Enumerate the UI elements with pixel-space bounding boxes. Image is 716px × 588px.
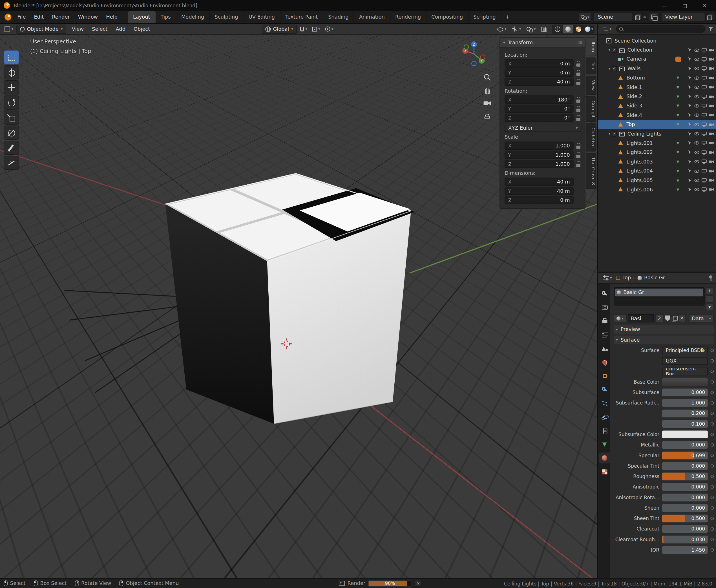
outliner-row[interactable]: ▾ ✓ Lights.002 ▼	[598, 148, 716, 157]
animate-dot-icon[interactable]	[711, 359, 714, 362]
close-button[interactable]: ✕	[703, 2, 707, 8]
blender-menu-icon[interactable]	[4, 14, 11, 21]
delete-scene-button[interactable]: ✕	[643, 15, 647, 20]
outliner-row[interactable]: ▾ ✓ Side.2 ▼	[598, 92, 716, 101]
render-disable-icon[interactable]	[709, 187, 714, 192]
selectable-toggle-icon[interactable]	[687, 122, 692, 127]
hide-eye-icon[interactable]	[694, 150, 699, 155]
outliner-row[interactable]: ▾ ✓ Side.3 ▼	[598, 101, 716, 110]
property-control[interactable]: 0.699	[662, 451, 708, 459]
add-workspace-button[interactable]: +	[501, 11, 513, 23]
workspace-tab[interactable]: Animation	[354, 11, 390, 23]
tool-button[interactable]	[4, 65, 19, 80]
number-field[interactable]: Y0°	[505, 105, 574, 113]
selectable-toggle-icon[interactable]	[687, 48, 692, 53]
sidebar-tab[interactable]: The Grove 8	[586, 153, 596, 189]
properties-tab[interactable]	[599, 343, 610, 354]
viewport-disable-icon[interactable]	[701, 187, 707, 192]
object-name[interactable]: Side.1	[627, 84, 643, 90]
workspace-tab[interactable]: Scripting	[468, 11, 501, 23]
workspace-tab[interactable]: Layout	[128, 11, 155, 23]
property-control[interactable]: GGX	[662, 357, 708, 365]
animate-dot-icon[interactable]	[711, 349, 714, 352]
number-field[interactable]: Y40 m	[505, 187, 574, 195]
outliner-row[interactable]: ▾ ✓ Collection ▼	[598, 45, 716, 55]
animate-dot-icon[interactable]	[711, 538, 714, 541]
selectable-toggle-icon[interactable]	[687, 178, 692, 183]
properties-tab[interactable]	[599, 384, 610, 395]
viewport-disable-icon[interactable]	[701, 132, 707, 136]
render-disable-icon[interactable]	[709, 94, 714, 99]
viewport-disable-icon[interactable]	[701, 169, 707, 173]
hide-eye-icon[interactable]	[694, 76, 699, 80]
xray-toggle-button[interactable]	[539, 24, 549, 34]
hide-eye-icon[interactable]	[694, 66, 699, 71]
render-disable-icon[interactable]	[709, 150, 714, 155]
animate-dot-icon[interactable]	[711, 443, 714, 446]
animate-dot-icon[interactable]	[711, 485, 714, 488]
hide-eye-icon[interactable]	[694, 122, 699, 127]
selectable-toggle-icon[interactable]	[687, 103, 692, 108]
property-control[interactable]: 0.500	[662, 514, 708, 522]
lock-icon[interactable]	[576, 152, 581, 158]
lock-icon[interactable]	[576, 79, 581, 85]
selectable-toggle-icon[interactable]	[687, 169, 692, 174]
shading-solid-button[interactable]	[563, 25, 573, 33]
orientation-dropdown[interactable]: Global ▾	[261, 24, 297, 34]
render-disable-icon[interactable]	[709, 76, 714, 80]
viewport-disable-icon[interactable]	[701, 94, 707, 99]
property-control[interactable]: 0.000	[662, 493, 708, 501]
new-scene-button[interactable]	[635, 15, 640, 20]
properties-tab[interactable]	[599, 357, 610, 368]
animate-dot-icon[interactable]	[711, 454, 714, 457]
menu-item[interactable]: Edit	[30, 11, 48, 23]
property-control[interactable]	[662, 378, 708, 385]
disclosure-icon[interactable]: ▾	[607, 132, 612, 136]
snap-target-button[interactable]: ▾	[310, 24, 322, 34]
hide-eye-icon[interactable]	[694, 141, 699, 145]
hide-eye-icon[interactable]	[694, 113, 699, 118]
workspace-tab[interactable]: Shading	[323, 11, 354, 23]
lock-icon[interactable]	[576, 143, 581, 149]
cancel-render-button[interactable]: ✕	[415, 580, 421, 587]
animate-dot-icon[interactable]	[711, 506, 714, 509]
hide-eye-icon[interactable]	[694, 132, 699, 136]
hide-eye-icon[interactable]	[694, 104, 699, 108]
workspace-tab[interactable]: Compositing	[426, 11, 468, 23]
properties-tab[interactable]	[599, 453, 610, 463]
proportional-edit-button[interactable]: ▾	[323, 24, 335, 34]
properties-tab[interactable]	[599, 315, 610, 327]
pin-icon[interactable]	[709, 275, 713, 280]
pan-hand-icon[interactable]	[483, 86, 491, 94]
editor-type-button[interactable]: ▾	[3, 24, 15, 34]
properties-tab[interactable]	[599, 371, 610, 381]
property-control[interactable]: Principled BSDF	[662, 346, 708, 354]
properties-tab[interactable]	[599, 288, 610, 299]
workspace-tab[interactable]: UV Editing	[244, 11, 280, 23]
property-control[interactable]: 0.000	[662, 462, 708, 470]
outliner-row[interactable]: ▾ ✓ Side.4 ▼	[598, 110, 716, 120]
properties-tab[interactable]	[599, 425, 610, 436]
snap-toggle-button[interactable]: ▾	[298, 24, 309, 34]
viewport-disable-icon[interactable]	[701, 76, 707, 80]
selectable-toggle-icon[interactable]	[687, 94, 692, 99]
viewport-disable-icon[interactable]	[701, 113, 707, 118]
number-field[interactable]: Y1.000	[505, 151, 574, 159]
properties-tab[interactable]	[599, 398, 610, 409]
object-name[interactable]: Top	[627, 122, 635, 127]
disclosure-icon[interactable]: ▾	[607, 48, 612, 52]
viewport-menu-item[interactable]: Select	[88, 23, 112, 35]
object-name[interactable]: Lights.005	[627, 177, 653, 183]
number-field[interactable]: X180°	[505, 96, 574, 104]
hide-eye-icon[interactable]	[694, 169, 699, 173]
number-field[interactable]: X40 m	[505, 177, 574, 186]
object-name[interactable]: Collection	[628, 47, 652, 53]
object-name[interactable]: Lights.006	[627, 187, 653, 192]
filter-icon[interactable]	[708, 27, 713, 31]
surface-panel-header[interactable]: ▾ Surface	[614, 336, 714, 344]
mode-dropdown[interactable]: Object Mode ▾	[16, 24, 66, 34]
viewport-canvas[interactable]: User Perspective (1) Ceiling Lights | To…	[0, 35, 597, 578]
outliner-row[interactable]: ▾ ✓ Walls ▼	[598, 64, 716, 73]
material-name-field[interactable]: Basi	[628, 314, 654, 322]
collection-checkbox[interactable]: ✓	[612, 66, 617, 71]
